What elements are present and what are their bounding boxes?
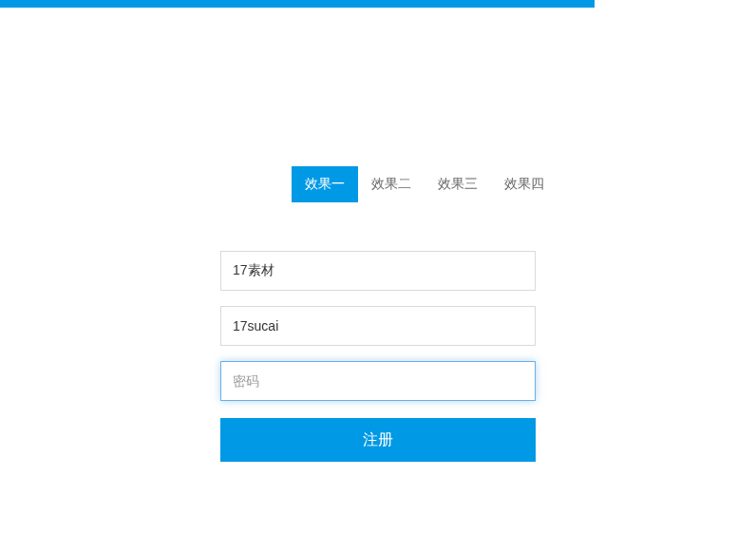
tab-label: 效果一 xyxy=(305,176,345,191)
tab-effect-4[interactable]: 效果四 xyxy=(491,166,558,202)
password-field[interactable] xyxy=(220,361,536,401)
tab-effect-3[interactable]: 效果三 xyxy=(425,166,491,202)
tab-effect-1[interactable]: 效果一 xyxy=(292,166,358,202)
registration-form: 注册 xyxy=(220,251,536,462)
username-field[interactable] xyxy=(220,251,536,291)
register-button[interactable]: 注册 xyxy=(220,418,536,462)
tabs-nav: 效果一 效果二 效果三 效果四 xyxy=(292,166,558,202)
tab-label: 效果四 xyxy=(504,176,544,191)
top-accent-bar xyxy=(0,0,595,8)
account-field[interactable] xyxy=(220,306,536,346)
tab-label: 效果二 xyxy=(371,176,411,191)
tab-effect-2[interactable]: 效果二 xyxy=(358,166,425,202)
tab-label: 效果三 xyxy=(438,176,478,191)
